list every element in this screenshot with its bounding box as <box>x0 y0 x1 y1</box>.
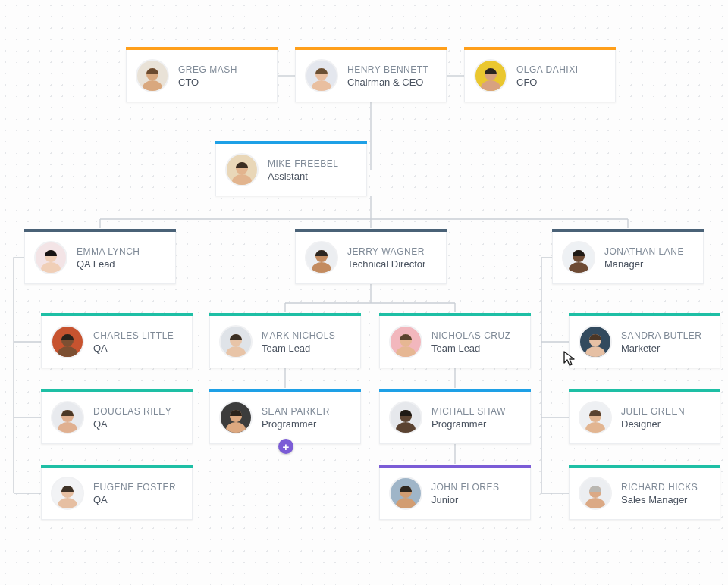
org-card-richard[interactable]: RICHARD HICKS Sales Manager <box>569 467 720 520</box>
avatar <box>219 401 253 434</box>
person-icon <box>308 64 335 91</box>
avatar <box>305 59 338 92</box>
person-icon <box>392 330 419 357</box>
card-meta: OLGA DAHIXI CFO <box>516 64 579 88</box>
person-name: SANDRA BUTLER <box>621 330 702 341</box>
person-icon <box>565 246 592 273</box>
person-name: JERRY WAGNER <box>347 246 425 257</box>
org-card-mark[interactable]: MARK NICHOLS Team Lead <box>209 315 361 368</box>
person-icon <box>392 481 419 508</box>
person-name: MICHAEL SHAW <box>431 406 506 417</box>
avatar <box>579 401 612 434</box>
person-title: QA Lead <box>77 258 140 270</box>
org-card-sean[interactable]: SEAN PARKER Programmer <box>209 391 361 444</box>
person-name: SEAN PARKER <box>262 406 330 417</box>
avatar <box>51 477 84 510</box>
person-title: CFO <box>516 77 579 88</box>
person-title: Programmer <box>431 418 506 430</box>
avatar <box>562 241 595 274</box>
person-name: HENRY BENNETT <box>347 64 428 75</box>
person-icon <box>308 246 335 273</box>
person-name: GREG MASH <box>178 64 237 75</box>
org-card-nicholas[interactable]: NICHOLAS CRUZ Team Lead <box>379 315 531 368</box>
person-icon <box>54 481 81 508</box>
card-meta: NICHOLAS CRUZ Team Lead <box>431 330 511 354</box>
org-card-charles[interactable]: CHARLES LITTLE QA <box>41 315 193 368</box>
person-icon <box>582 330 609 357</box>
avatar <box>305 241 338 274</box>
avatar <box>389 401 422 434</box>
person-title: QA <box>93 343 174 354</box>
person-title: Team Lead <box>262 343 335 354</box>
org-card-john[interactable]: JOHN FLORES Junior <box>379 467 531 520</box>
person-name: MIKE FREEBEL <box>268 158 338 169</box>
org-card-henry[interactable]: HENRY BENNETT Chairman & CEO <box>295 49 447 102</box>
person-title: QA <box>93 494 176 505</box>
person-name: RICHARD HICKS <box>621 482 698 493</box>
avatar <box>474 59 507 92</box>
person-title: Marketer <box>621 343 702 354</box>
person-icon <box>228 158 256 185</box>
person-title: Chairman & CEO <box>347 77 428 88</box>
card-meta: GREG MASH CTO <box>178 64 237 88</box>
person-icon <box>582 481 609 508</box>
org-card-sandra[interactable]: SANDRA BUTLER Marketer <box>569 315 720 368</box>
person-icon <box>139 64 166 91</box>
avatar <box>389 325 422 358</box>
card-meta: EMMA LYNCH QA Lead <box>77 246 140 270</box>
org-card-jerry[interactable]: JERRY WAGNER Technical Director <box>295 231 447 284</box>
person-title: Technical Director <box>347 258 425 270</box>
org-chart-canvas[interactable]: GREG MASH CTO HENRY BENNETT Chairman & C… <box>0 0 728 585</box>
avatar <box>51 401 84 434</box>
person-title: Junior <box>431 494 500 505</box>
card-meta: MIKE FREEBEL Assistant <box>268 158 338 182</box>
org-card-eugene[interactable]: EUGENE FOSTER QA <box>41 467 193 520</box>
avatar <box>389 477 422 510</box>
person-title: CTO <box>178 77 237 88</box>
add-child-button[interactable]: + <box>278 439 293 454</box>
person-icon <box>222 405 249 433</box>
person-title: QA <box>93 418 171 430</box>
person-title: Manager <box>604 258 684 270</box>
person-title: Designer <box>621 418 685 430</box>
org-card-jonathan[interactable]: JONATHAN LANE Manager <box>552 231 704 284</box>
person-name: MARK NICHOLS <box>262 330 335 341</box>
card-meta: MARK NICHOLS Team Lead <box>262 330 335 354</box>
org-card-douglas[interactable]: DOUGLAS RILEY QA <box>41 391 193 444</box>
card-meta: SANDRA BUTLER Marketer <box>621 330 702 354</box>
avatar <box>136 59 169 92</box>
person-icon <box>477 64 504 91</box>
person-icon <box>37 246 64 273</box>
org-card-greg[interactable]: GREG MASH CTO <box>126 49 278 102</box>
avatar <box>579 325 612 358</box>
card-meta: JONATHAN LANE Manager <box>604 246 684 270</box>
avatar <box>51 325 84 358</box>
avatar <box>219 325 253 358</box>
person-icon <box>222 330 249 357</box>
person-name: NICHOLAS CRUZ <box>431 330 511 341</box>
card-meta: JOHN FLORES Junior <box>431 482 500 505</box>
person-name: OLGA DAHIXI <box>516 64 579 75</box>
org-card-michael[interactable]: MICHAEL SHAW Programmer <box>379 391 531 444</box>
org-card-julie[interactable]: JULIE GREEN Designer <box>569 391 720 444</box>
person-icon <box>54 405 81 433</box>
card-meta: MICHAEL SHAW Programmer <box>431 406 506 430</box>
org-card-emma[interactable]: EMMA LYNCH QA Lead <box>24 231 176 284</box>
person-title: Sales Manager <box>621 494 698 505</box>
card-meta: JERRY WAGNER Technical Director <box>347 246 425 270</box>
org-card-olga[interactable]: OLGA DAHIXI CFO <box>464 49 616 102</box>
card-meta: HENRY BENNETT Chairman & CEO <box>347 64 428 88</box>
avatar <box>34 241 67 274</box>
person-name: CHARLES LITTLE <box>93 330 174 341</box>
person-icon <box>392 405 419 433</box>
card-meta: CHARLES LITTLE QA <box>93 330 174 354</box>
card-meta: JULIE GREEN Designer <box>621 406 685 430</box>
person-title: Team Lead <box>431 343 511 354</box>
person-name: JONATHAN LANE <box>604 246 684 257</box>
person-name: EUGENE FOSTER <box>93 482 176 493</box>
person-name: JULIE GREEN <box>621 406 685 417</box>
person-name: DOUGLAS RILEY <box>93 406 171 417</box>
card-meta: SEAN PARKER Programmer <box>262 406 330 430</box>
org-card-mike[interactable]: MIKE FREEBEL Assistant <box>215 143 367 196</box>
avatar <box>225 153 259 186</box>
